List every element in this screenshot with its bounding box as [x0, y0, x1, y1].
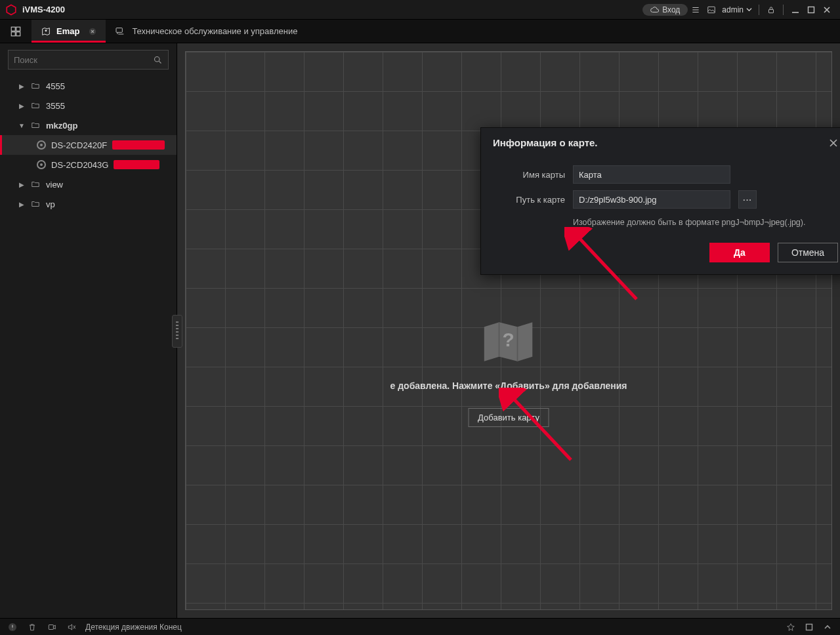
svg-rect-2: [769, 9, 774, 12]
field-map-name: Имя карты: [493, 165, 838, 184]
tree-node-camera-2[interactable]: DS-2CD2043G: [0, 155, 177, 174]
tree-node-view[interactable]: ▶ view: [0, 174, 177, 194]
map-path-input[interactable]: [573, 190, 730, 209]
map-info-dialog: Информация о карте. Имя карты Путь к кар…: [480, 127, 840, 275]
expand-icon[interactable]: [803, 621, 815, 633]
caret-down-icon: ▼: [18, 122, 25, 129]
caret-right-icon: ▶: [18, 201, 25, 208]
tree-node-vp[interactable]: ▶ vp: [0, 194, 177, 214]
user-menu[interactable]: admin: [719, 5, 755, 14]
map-name-input[interactable]: [573, 165, 730, 184]
search-box[interactable]: [8, 50, 169, 70]
tree-label: 4555: [46, 81, 65, 91]
app-title: iVMS-4200: [22, 5, 65, 14]
tree-node-3555[interactable]: ▶ 3555: [0, 96, 177, 115]
search-icon[interactable]: [153, 55, 163, 65]
add-map-button[interactable]: Добавить карту: [468, 408, 549, 427]
svg-rect-1: [708, 7, 715, 12]
svg-point-11: [155, 56, 160, 62]
collapse-up-icon[interactable]: [822, 621, 833, 633]
svg-rect-3: [808, 7, 814, 12]
tree-node-mkz0gp[interactable]: ▼ mkz0gp: [0, 115, 177, 135]
tab-emap[interactable]: Emap: [32, 20, 106, 43]
camera-icon: [37, 160, 46, 169]
main-area: ▶ 4555 ▶ 3555 ▼ mkz0gp DS-2CD2420F: [0, 43, 840, 618]
svg-rect-6: [11, 31, 15, 35]
tab-strip: Emap Техническое обслуживание и управлен…: [0, 20, 840, 43]
caret-right-icon: ▶: [18, 83, 25, 90]
pane-resize-handle[interactable]: [172, 315, 182, 348]
map-placeholder-icon: ?: [479, 319, 538, 365]
pin-icon[interactable]: [785, 621, 797, 633]
canvas-area: ? е добавлена. Нажмите «Добавить» для до…: [177, 43, 840, 618]
tree-label: vp: [46, 199, 55, 209]
window-maximize-icon[interactable]: [803, 2, 819, 18]
field-map-path: Путь к карте ···: [493, 190, 838, 209]
status-bar: Детекция движения Конец: [0, 618, 840, 635]
browse-button[interactable]: ···: [738, 190, 757, 209]
window-close-icon[interactable]: [819, 2, 835, 18]
cloud-login-label: Вход: [662, 5, 680, 14]
tree-label: DS-2CD2420F: [51, 140, 107, 150]
empty-state-message: е добавлена. Нажмите «Добавить» для доба…: [390, 380, 627, 391]
motion-icon[interactable]: [46, 621, 58, 633]
tab-maintenance-label: Техническое обслуживание и управление: [132, 26, 297, 36]
ok-button[interactable]: Да: [709, 243, 770, 262]
empty-state: ? е добавлена. Нажмите «Добавить» для до…: [390, 319, 627, 427]
redaction-bar: [112, 140, 165, 150]
svg-point-8: [45, 30, 47, 31]
tab-close-icon[interactable]: [85, 28, 96, 35]
separator: [759, 5, 759, 15]
caret-right-icon: ▶: [18, 181, 25, 188]
cloud-login-button[interactable]: Вход: [642, 4, 688, 16]
maintenance-icon: [115, 26, 125, 37]
dialog-close-icon[interactable]: [829, 138, 838, 148]
redaction-bar: [114, 160, 159, 169]
camera-icon: [37, 140, 46, 150]
folder-icon: [30, 180, 41, 189]
format-hint: Изображение должно быть в формате pngЈ¬b…: [573, 215, 838, 228]
alert-icon[interactable]: [7, 621, 18, 633]
folder-icon: [30, 199, 41, 209]
svg-rect-16: [49, 625, 53, 629]
folder-icon: [30, 101, 41, 110]
tree-label: DS-2CD2043G: [51, 160, 108, 170]
folder-icon: [30, 81, 41, 91]
svg-rect-7: [16, 31, 20, 35]
tree-node-4555[interactable]: ▶ 4555: [0, 76, 177, 96]
tree-label: mkz0gp: [46, 121, 77, 131]
lock-icon[interactable]: [763, 2, 779, 18]
mute-icon[interactable]: [66, 621, 77, 633]
caret-right-icon: ▶: [18, 102, 25, 110]
separator: [783, 5, 784, 15]
svg-rect-4: [11, 27, 15, 31]
trash-icon[interactable]: [26, 621, 38, 633]
user-label: admin: [722, 5, 744, 14]
window-minimize-icon[interactable]: [788, 2, 803, 18]
folder-icon: [30, 121, 41, 130]
search-input[interactable]: [14, 55, 153, 65]
tree-label: 3555: [46, 101, 65, 111]
sidebar: ▶ 4555 ▶ 3555 ▼ mkz0gp DS-2CD2420F: [0, 43, 177, 618]
title-bar: iVMS-4200 Вход admin: [0, 0, 840, 20]
status-message: Детекция движения Конец: [85, 623, 182, 632]
svg-rect-10: [116, 28, 122, 32]
cancel-button[interactable]: Отмена: [778, 243, 838, 262]
svg-marker-0: [7, 5, 16, 14]
map-path-label: Путь к карте: [493, 195, 565, 205]
device-tree: ▶ 4555 ▶ 3555 ▼ mkz0gp DS-2CD2420F: [0, 73, 177, 214]
tree-node-camera-1[interactable]: DS-2CD2420F: [0, 135, 177, 155]
svg-rect-5: [16, 27, 20, 31]
tab-emap-label: Emap: [56, 26, 79, 36]
tree-label: view: [46, 180, 63, 190]
dialog-title: Информация о карте.: [493, 137, 598, 148]
tab-maintenance[interactable]: Техническое обслуживание и управление: [106, 20, 306, 43]
picture-icon[interactable]: [704, 2, 719, 18]
map-name-label: Имя карты: [493, 170, 565, 180]
list-menu-icon[interactable]: [688, 2, 704, 18]
svg-rect-17: [807, 624, 812, 630]
svg-text:?: ?: [503, 329, 514, 350]
map-pin-icon: [41, 26, 51, 37]
dashboard-button[interactable]: [0, 20, 32, 43]
app-logo-icon: [5, 4, 17, 16]
